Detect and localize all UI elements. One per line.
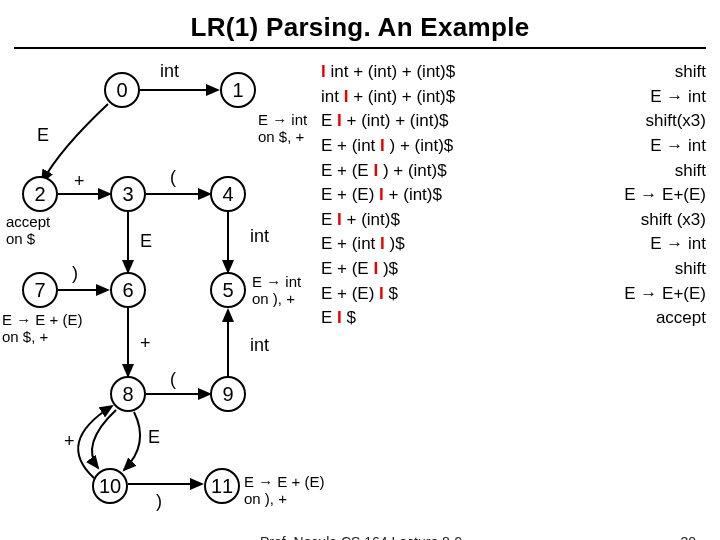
edge-label-3-6: E	[140, 232, 152, 252]
state-1: 1	[220, 72, 256, 108]
state-5: 5	[210, 272, 246, 308]
dfa-diagram: 0 1 2 3 4 5 6 7 8 9 10 11 int E + ( E in…	[0, 54, 720, 540]
edge-label-0-2: E	[37, 126, 49, 146]
edge-label-3-4: (	[170, 168, 176, 188]
state-10: 10	[92, 468, 128, 504]
annot-eplus-rp: E → E + (E)on ), +	[244, 474, 324, 507]
annot-eplus-dp: E → E + (E)on $, +	[2, 312, 82, 345]
page-title: LR(1) Parsing. An Example	[14, 0, 706, 49]
state-7: 7	[22, 272, 58, 308]
annot-accept: accepton $	[6, 214, 50, 247]
edge-label-8-9: (	[170, 370, 176, 390]
state-2: 2	[22, 176, 58, 212]
edge-label-6-8: +	[140, 334, 151, 354]
edge-label-0-1: int	[160, 62, 179, 82]
state-0: 0	[104, 72, 140, 108]
state-4: 4	[210, 176, 246, 212]
edge-label-2-3: +	[74, 172, 85, 192]
state-3: 3	[110, 176, 146, 212]
annot-eint-dp: E → inton $, +	[258, 112, 307, 145]
state-6: 6	[110, 272, 146, 308]
state-8: 8	[110, 376, 146, 412]
annot-eint-rp: E → inton ), +	[252, 274, 301, 307]
edge-label-10-11: )	[156, 492, 162, 512]
edge-label-4-5: int	[250, 227, 269, 247]
edge-label-9-5: int	[250, 336, 269, 356]
state-11: 11	[204, 468, 240, 504]
edge-label-7-6: )	[72, 264, 78, 284]
edge-label-8-10e: E	[148, 428, 160, 448]
state-9: 9	[210, 376, 246, 412]
edge-label-8-10p: +	[64, 432, 75, 452]
